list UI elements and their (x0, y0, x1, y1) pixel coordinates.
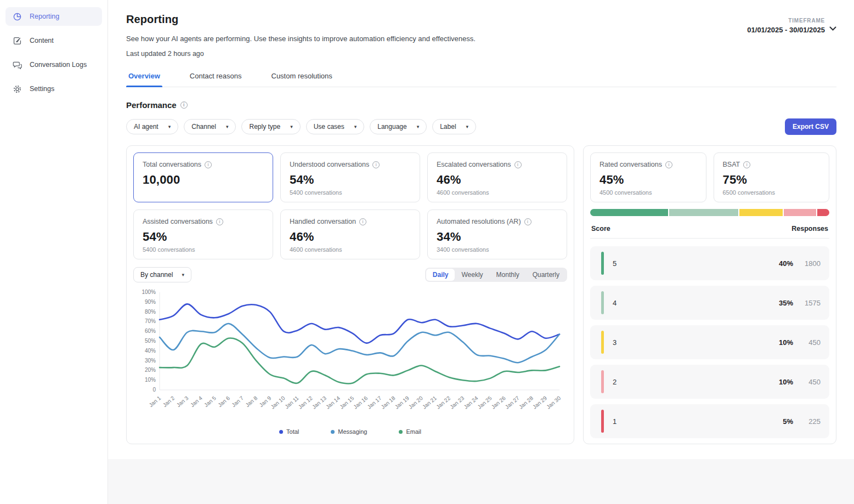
cards-region: Total conversationsi 10,000 Understood c… (126, 145, 836, 444)
sidebar-item-settings[interactable]: Settings (5, 80, 102, 98)
score-marker (601, 410, 604, 433)
chart-controls: By channel ▾ Daily Weekly Monthly Quarte… (133, 267, 567, 282)
granularity-daily[interactable]: Daily (426, 269, 455, 281)
metric-card-automated-resolutions[interactable]: Automated resolutions (AR)i 34% 3400 con… (427, 209, 567, 259)
legend-dot (331, 430, 335, 434)
metric-card-handled-conversation[interactable]: Handled conversationi 46% 4600 conversat… (280, 209, 420, 259)
metric-label: Handled conversationi (290, 218, 411, 225)
tab-overview[interactable]: Overview (126, 72, 162, 87)
svg-text:50%: 50% (145, 338, 156, 344)
metric-card-total-conversations[interactable]: Total conversationsi 10,000 (133, 152, 273, 202)
metric-value: 75% (723, 173, 821, 187)
info-icon: i (359, 218, 366, 225)
score-row-2: 2 10% 450 (590, 365, 829, 399)
legend-label: Email (406, 428, 421, 435)
svg-text:90%: 90% (145, 299, 156, 305)
svg-text:Jan 14: Jan 14 (325, 395, 341, 410)
filter-ai-agent[interactable]: AI agent ▾ (126, 119, 178, 134)
metric-card-rated-conversations[interactable]: Rated conversationsi 45% 4500 conversati… (590, 152, 706, 202)
metric-value: 54% (143, 230, 264, 244)
score-percent: 5% (783, 417, 793, 426)
sidebar-item-content[interactable]: Content (5, 31, 102, 50)
line-chart-svg: 100%90%80%70%60%50%40%30%20%10%0Jan 1Jan… (133, 287, 567, 425)
info-icon: i (665, 161, 672, 168)
metric-sub: 5400 conversations (290, 189, 411, 196)
page-title: Reporting (126, 13, 476, 26)
filter-label: Label (440, 123, 456, 131)
sidebar-item-label: Reporting (30, 13, 59, 20)
svg-text:Jan 5: Jan 5 (203, 395, 217, 408)
metric-label: Assisted conversationsi (143, 218, 264, 225)
svg-text:Jan 1: Jan 1 (148, 395, 162, 408)
sidebar-item-reporting[interactable]: Reporting (5, 7, 102, 26)
svg-text:Jan 21: Jan 21 (421, 395, 438, 410)
info-icon: i (180, 101, 188, 109)
legend-label: Total (286, 428, 299, 435)
score-row-4: 4 35% 1575 (590, 286, 829, 320)
gear-icon (12, 84, 22, 94)
header-text: Reporting See how your AI agents are per… (126, 13, 476, 58)
metric-card-escalated-conversations[interactable]: Escalated conversationsi 46% 4600 conver… (427, 152, 567, 202)
score-percent: 10% (779, 338, 793, 347)
legend-total: Total (279, 428, 299, 435)
filter-label[interactable]: Label ▾ (432, 119, 476, 134)
score-count: 1800 (801, 259, 821, 268)
legend-label: Messaging (338, 428, 367, 435)
sidebar-item-conversation-logs[interactable]: Conversation Logs (5, 55, 102, 74)
score-value: 5 (613, 259, 617, 268)
metric-label: Rated conversationsi (600, 161, 697, 168)
tab-custom-resolutions[interactable]: Custom resolutions (269, 72, 335, 87)
filter-language[interactable]: Language ▾ (370, 119, 427, 134)
score-count: 1575 (801, 299, 821, 307)
page-header: Reporting See how your AI agents are per… (126, 13, 836, 58)
svg-text:Jan 30: Jan 30 (545, 395, 562, 410)
distribution-segment-5 (590, 209, 668, 216)
last-updated-text: Last updated 2 hours ago (126, 50, 476, 58)
score-row-5: 5 40% 1800 (590, 246, 829, 280)
svg-text:Jan 23: Jan 23 (449, 395, 465, 410)
filter-use-cases[interactable]: Use cases ▾ (306, 119, 365, 134)
granularity-monthly[interactable]: Monthly (490, 269, 526, 281)
svg-text:Jan 7: Jan 7 (230, 395, 245, 408)
info-icon: i (205, 161, 212, 168)
chevron-down-icon (829, 24, 836, 33)
tab-contact-reasons[interactable]: Contact reasons (188, 72, 244, 87)
footer-strip (108, 459, 854, 504)
svg-text:Jan 10: Jan 10 (269, 395, 286, 410)
metric-card-bsat[interactable]: BSATi 75% 6500 conversations (714, 152, 830, 202)
distribution-segment-3 (738, 209, 783, 216)
caret-down-icon: ▾ (354, 124, 357, 129)
score-count: 450 (801, 338, 821, 347)
distribution-segment-2 (783, 209, 816, 216)
svg-text:80%: 80% (145, 309, 156, 315)
metric-row-2: Assisted conversationsi 54% 5400 convers… (133, 209, 567, 259)
metric-card-understood-conversations[interactable]: Understood conversationsi 54% 5400 conve… (280, 152, 420, 202)
group-by-select[interactable]: By channel ▾ (133, 267, 191, 282)
filter-channel[interactable]: Channel ▾ (184, 119, 236, 134)
svg-text:Jan 11: Jan 11 (284, 395, 300, 410)
svg-text:Jan 20: Jan 20 (408, 395, 424, 410)
svg-text:Jan 6: Jan 6 (217, 395, 231, 408)
filter-label: AI agent (134, 123, 159, 131)
filter-reply-type[interactable]: Reply type ▾ (241, 119, 300, 134)
svg-text:Jan 29: Jan 29 (531, 395, 548, 410)
timeframe-selector[interactable]: TIMEFRAME 01/01/2025 - 30/01/2025 (747, 18, 836, 34)
bsat-panel: Rated conversationsi 45% 4500 conversati… (583, 145, 836, 444)
granularity-control: Daily Weekly Monthly Quarterly (425, 268, 567, 282)
metric-sub: 6500 conversations (723, 189, 821, 196)
svg-text:40%: 40% (145, 348, 156, 354)
caret-down-icon: ▾ (466, 124, 469, 129)
caret-down-icon: ▾ (417, 124, 420, 129)
filter-label: Language (377, 123, 406, 131)
metric-label: BSATi (723, 161, 821, 168)
sidebar-item-label: Content (30, 37, 54, 44)
granularity-quarterly[interactable]: Quarterly (526, 269, 566, 281)
export-csv-button[interactable]: Export CSV (785, 118, 836, 135)
granularity-weekly[interactable]: Weekly (455, 269, 489, 281)
metric-row-1: Total conversationsi 10,000 Understood c… (133, 152, 567, 202)
metric-card-assisted-conversations[interactable]: Assisted conversationsi 54% 5400 convers… (133, 209, 273, 259)
svg-text:Jan 26: Jan 26 (490, 395, 507, 410)
distribution-segment-1 (816, 209, 829, 216)
svg-text:100%: 100% (142, 289, 156, 295)
sidebar: Reporting Content Conversation Logs Sett… (0, 0, 108, 504)
